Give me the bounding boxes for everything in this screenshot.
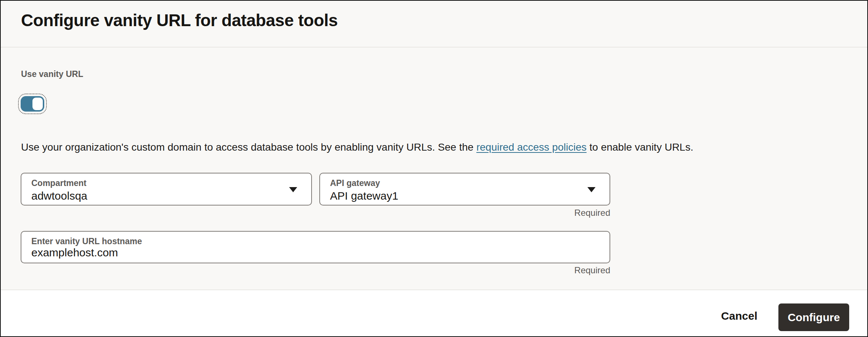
hostname-required-hint: Required — [500, 265, 610, 275]
chevron-down-icon — [587, 187, 596, 192]
compartment-select[interactable]: Compartment adwtoolsqa — [21, 173, 312, 206]
required-access-policies-link[interactable]: required access policies — [476, 141, 587, 153]
dialog-footer: Cancel Configure — [1, 289, 867, 336]
hostname-label: Enter vanity URL hostname — [31, 236, 142, 246]
compartment-label: Compartment — [31, 178, 87, 188]
description-before: Use your organization's custom domain to… — [21, 141, 476, 153]
api-gateway-label: API gateway — [330, 178, 380, 188]
cancel-button[interactable]: Cancel — [721, 310, 757, 322]
api-gateway-required-hint: Required — [500, 208, 610, 218]
api-gateway-select[interactable]: API gateway API gateway1 — [319, 173, 610, 206]
toggle-thumb — [32, 98, 43, 110]
hostname-field-container: Enter vanity URL hostname — [21, 231, 610, 263]
dialog-header: Configure vanity URL for database tools — [1, 1, 867, 48]
chevron-down-icon — [289, 187, 297, 192]
description-text: Use your organization's custom domain to… — [21, 140, 838, 155]
use-vanity-url-label: Use vanity URL — [21, 69, 83, 79]
configure-button[interactable]: Configure — [778, 303, 849, 331]
hostname-input[interactable] — [31, 246, 600, 259]
api-gateway-value: API gateway1 — [330, 190, 398, 202]
compartment-value: adwtoolsqa — [31, 190, 87, 202]
page-title: Configure vanity URL for database tools — [21, 10, 338, 30]
description-after: to enable vanity URLs. — [587, 141, 694, 153]
use-vanity-url-toggle[interactable] — [21, 96, 44, 112]
